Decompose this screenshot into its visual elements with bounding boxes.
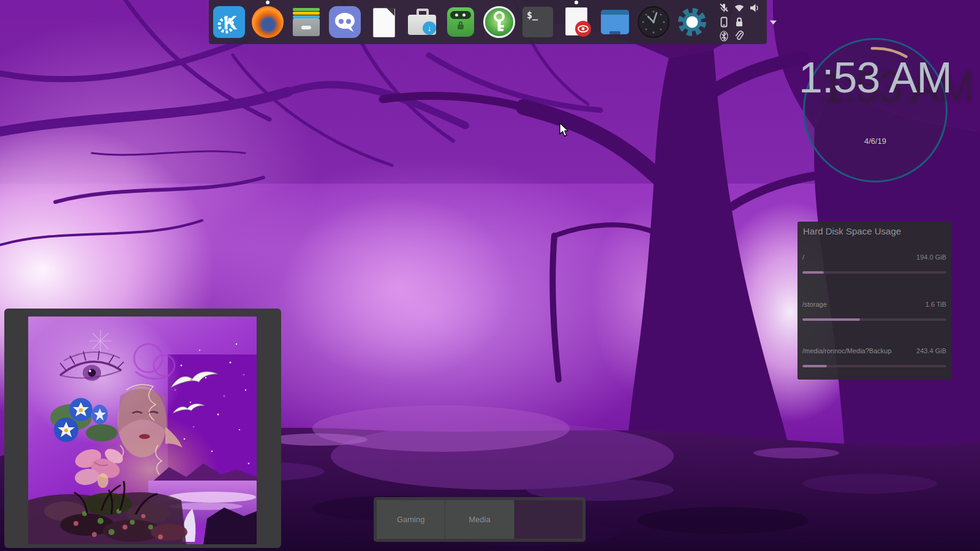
discord-icon (329, 6, 361, 38)
disk-usage-bar (802, 318, 946, 321)
dock-item-keepass[interactable] (483, 6, 515, 38)
dock-panel: K (209, 0, 767, 44)
settings-gear-icon (676, 6, 708, 38)
dock-item-libreoffice[interactable] (368, 6, 399, 38)
paperclip-icon[interactable] (733, 30, 745, 43)
tab-media[interactable]: Media (445, 500, 513, 539)
svg-text:K: K (224, 12, 238, 34)
clock-widget[interactable]: 1:53 AM 4/6/19 (803, 38, 948, 182)
kde-launcher-icon: K (213, 6, 245, 38)
dock-item-settings[interactable] (676, 6, 708, 38)
disk-row: /media/ronnoc/Media?Backup 243.4 GiB (802, 347, 946, 367)
tab-active[interactable] (514, 500, 582, 539)
pia-vpn-icon (445, 6, 477, 38)
desktop: K (0, 0, 980, 551)
dock-item-discord[interactable] (329, 6, 361, 38)
disk-row: /storage 1.6 TiB (802, 301, 946, 321)
terminal-icon: $_ (522, 6, 554, 38)
disk-mount-label: /storage (802, 301, 827, 308)
dock-item-document-viewer[interactable] (560, 6, 592, 38)
bluetooth-icon[interactable] (718, 30, 730, 43)
mouse-cursor (559, 122, 570, 138)
document-viewer-icon (560, 6, 592, 38)
disk-usage-bar (802, 271, 946, 274)
disk-widget-title: Hard Disk Space Usage (803, 226, 901, 236)
firefox-icon (252, 6, 284, 38)
running-indicator-dot (266, 1, 270, 4)
tray-expander[interactable] (769, 17, 777, 27)
disk-size-value: 1.6 TiB (925, 301, 946, 308)
file-drawer-icon (290, 6, 322, 38)
eye-badge-icon (575, 21, 591, 37)
system-tray (718, 2, 761, 43)
keepass-icon (483, 6, 515, 38)
clock-app-icon (638, 6, 669, 38)
clock-time: 1:53 AM (799, 53, 952, 102)
wifi-icon[interactable] (733, 2, 745, 15)
group-tabs-widget: Gaming Media (374, 497, 586, 542)
disk-usage-bar-fill (802, 365, 827, 367)
dock-item-clock-app[interactable] (638, 6, 669, 38)
disk-mount-label: / (802, 253, 804, 261)
disk-row: / 194.0 GiB (802, 253, 946, 274)
dock-item-firefox[interactable] (252, 6, 284, 38)
disk-usage-bar (802, 365, 946, 367)
dock-item-pia-vpn[interactable] (445, 6, 477, 38)
disk-usage-widget[interactable]: Hard Disk Space Usage / 194.0 GiB /stora… (797, 222, 951, 380)
dock-item-terminal[interactable]: $_ (522, 6, 554, 38)
phone-icon[interactable] (718, 16, 730, 29)
clock-date: 4/6/19 (864, 137, 886, 146)
microphone-muted-icon[interactable] (718, 2, 730, 15)
disk-usage-bar-fill (802, 318, 860, 321)
libreoffice-document-icon (368, 6, 399, 38)
running-indicator-dot (575, 1, 578, 4)
volume-icon[interactable] (748, 2, 761, 15)
software-center-icon: ↓ (406, 6, 438, 38)
lock-icon[interactable] (733, 16, 745, 29)
dock-item-file-manager[interactable] (599, 6, 631, 38)
disk-mount-label: /media/ronnoc/Media?Backup (802, 347, 892, 354)
tab-gaming[interactable]: Gaming (377, 500, 445, 539)
disk-usage-bar-fill (802, 271, 824, 274)
file-manager-icon (599, 6, 631, 38)
dock-item-kde-launcher[interactable]: K (213, 6, 245, 38)
disk-size-value: 194.0 GiB (916, 253, 946, 261)
photo-frame-widget[interactable] (4, 309, 281, 548)
dock-item-file-drawer[interactable] (290, 6, 322, 38)
photo-artwork (28, 317, 257, 544)
disk-size-value: 243.4 GiB (916, 347, 946, 354)
chevron-down-icon (769, 20, 777, 25)
dock-item-software-center[interactable]: ↓ (406, 6, 438, 38)
download-arrow-icon: ↓ (423, 21, 436, 35)
